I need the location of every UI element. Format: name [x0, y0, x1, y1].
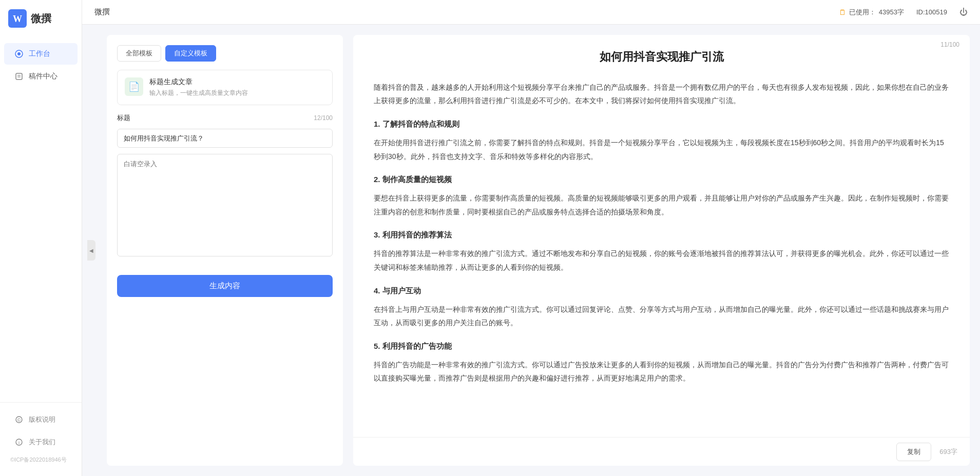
about-label: 关于我们: [29, 438, 55, 447]
right-panel: 11/100 如何用抖音实现推广引流 随着抖音的普及，越来越多的人开始利用这个短…: [353, 35, 970, 466]
logo-text: 微撰: [31, 12, 51, 26]
workbench-icon: [14, 49, 24, 58]
sidebar-item-workbench[interactable]: 工作台: [4, 43, 78, 65]
footer-word-count: 693字: [939, 447, 957, 457]
sidebar-item-drafts[interactable]: 稿件中心: [4, 66, 78, 87]
sidebar-bottom: © 版权说明 i 关于我们 ©ICP备2022018946号: [0, 402, 82, 476]
tab-custom-templates[interactable]: 自定义模板: [165, 45, 216, 62]
sidebar-item-copyright[interactable]: © 版权说明: [4, 409, 78, 430]
article-heading: 2. 制作高质量的短视频: [374, 172, 949, 186]
svg-text:W: W: [13, 14, 22, 24]
article-paragraph: 随着抖音的普及，越来越多的人开始利用这个短视频分享平台来推广自己的产品或服务。抖…: [374, 81, 949, 108]
main-wrapper: 微撰 🗒 已使用： 43953字 ID:100519 ⏻ ◀ 全部模板 自定义模…: [82, 0, 980, 476]
title-input[interactable]: [117, 129, 333, 148]
nav-items: 工作台 稿件中心: [0, 37, 82, 402]
word-count-top: 11/100: [940, 41, 959, 48]
svg-text:©: ©: [17, 418, 21, 423]
icp-text: ©ICP备2022018946号: [0, 454, 82, 466]
left-panel: 全部模板 自定义模板 📄 标题生成文章 输入标题，一键生成高质量文章内容 标题 …: [107, 35, 343, 466]
logo-area: W 微撰: [0, 0, 82, 37]
article-title: 如何用抖音实现推广引流: [374, 49, 949, 65]
sidebar-item-about[interactable]: i 关于我们: [4, 431, 78, 453]
content-textarea[interactable]: [117, 154, 333, 256]
copyright-icon: ©: [14, 415, 24, 424]
article-paragraph: 抖音的推荐算法是一种非常有效的推广引流方式。通过不断地发布和分享自己的短视频，你…: [374, 247, 949, 274]
template-tabs: 全部模板 自定义模板: [117, 45, 333, 62]
svg-text:i: i: [18, 440, 20, 445]
usage-label: 已使用：: [849, 8, 876, 17]
article-paragraph: 在抖音上与用户互动是一种非常有效的推广引流方式。你可以通过回复评论、点赞、分享等…: [374, 303, 949, 330]
title-label-row: 标题 12/100: [117, 113, 333, 123]
sidebar: W 微撰 工作台 稿件中心: [0, 0, 82, 476]
header-title: 微撰: [94, 7, 110, 17]
title-field-label: 标题: [117, 113, 130, 123]
svg-point-3: [17, 52, 21, 55]
usage-icon: 🗒: [839, 8, 846, 16]
template-desc: 输入标题，一键生成高质量文章内容: [149, 89, 325, 97]
svg-rect-4: [16, 73, 22, 80]
article-paragraph: 在开始使用抖音进行推广引流之前，你需要了解抖音的特点和规则。抖音是一个短视频分享…: [374, 136, 949, 163]
article-header: 11/100 如何用抖音实现推广引流: [353, 35, 970, 70]
drafts-label: 稿件中心: [29, 72, 57, 81]
article-body: 随着抖音的普及，越来越多的人开始利用这个短视频分享平台来推广自己的产品或服务。抖…: [353, 70, 970, 466]
workbench-label: 工作台: [29, 49, 50, 58]
article-heading: 3. 利用抖音的推荐算法: [374, 228, 949, 242]
article-footer: 复制 693字: [353, 437, 970, 466]
top-header: 微撰 🗒 已使用： 43953字 ID:100519 ⏻: [82, 0, 980, 25]
tab-all-templates[interactable]: 全部模板: [117, 45, 161, 62]
article-heading: 1. 了解抖音的特点和规则: [374, 117, 949, 131]
copyright-label: 版权说明: [29, 415, 55, 424]
collapse-sidebar-button[interactable]: ◀: [87, 240, 95, 261]
logo-icon: W: [8, 9, 27, 28]
article-paragraph: 要想在抖音上获得更多的流量，你需要制作高质量的短视频。高质量的短视频能够吸引更多…: [374, 191, 949, 219]
template-name: 标题生成文章: [149, 77, 325, 87]
about-icon: i: [14, 438, 24, 447]
usage-info: 🗒 已使用： 43953字: [839, 8, 904, 17]
logout-icon[interactable]: ⏻: [959, 8, 968, 17]
article-heading: 4. 与用户互动: [374, 284, 949, 298]
content-area: ◀ 全部模板 自定义模板 📄 标题生成文章 输入标题，一键生成高质量文章内容 标…: [82, 25, 980, 476]
drafts-icon: [14, 72, 24, 81]
generate-button[interactable]: 生成内容: [117, 275, 333, 297]
template-info: 标题生成文章 输入标题，一键生成高质量文章内容: [149, 77, 325, 97]
template-card-icon: 📄: [125, 77, 143, 96]
form-section: 标题 12/100: [117, 113, 333, 256]
article-paragraph: 抖音的广告功能是一种非常有效的推广引流方式。你可以通过广告投放来让更多的人看到你…: [374, 358, 949, 385]
usage-value: 43953字: [879, 8, 904, 17]
article-heading: 5. 利用抖音的广告功能: [374, 339, 949, 353]
user-id: ID:100519: [916, 8, 947, 16]
header-right: 🗒 已使用： 43953字 ID:100519 ⏻: [839, 8, 968, 17]
title-counter: 12/100: [314, 114, 333, 122]
template-card[interactable]: 📄 标题生成文章 输入标题，一键生成高质量文章内容: [117, 70, 333, 105]
copy-button[interactable]: 复制: [896, 443, 931, 461]
